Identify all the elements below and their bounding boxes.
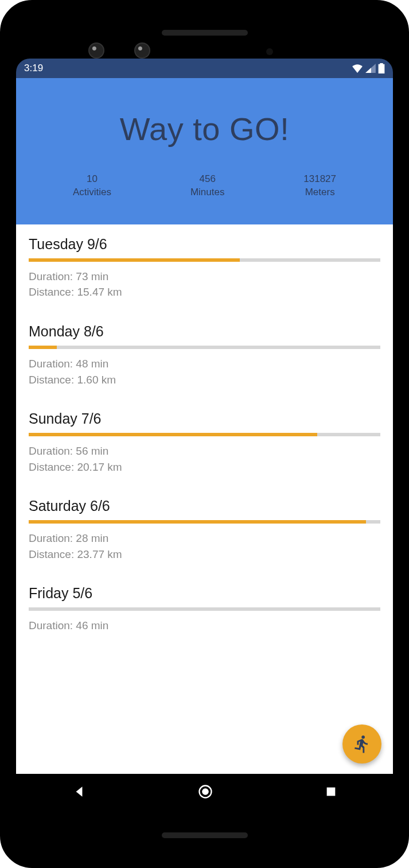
activity-item[interactable]: Monday 8/6 Duration: 48 min Distance: 1.… xyxy=(16,312,393,399)
activity-list[interactable]: Tuesday 9/6 Duration: 73 min Distance: 1… xyxy=(16,224,393,774)
svg-rect-2 xyxy=(327,788,336,796)
stat-meters-label: Meters xyxy=(303,186,336,199)
activity-duration: Duration: 73 min xyxy=(29,269,380,285)
progress-bar xyxy=(29,346,380,349)
progress-fill xyxy=(29,520,366,524)
activity-meta: Duration: 56 min Distance: 20.17 km xyxy=(29,443,380,475)
activity-meta: Duration: 73 min Distance: 15.47 km xyxy=(29,269,380,300)
activity-title: Saturday 6/6 xyxy=(29,498,380,514)
stat-minutes: 456 Minutes xyxy=(190,173,225,199)
status-icons xyxy=(352,63,385,73)
summary-header: Way to GO! 10 Activities 456 Minutes 131… xyxy=(16,78,393,224)
sensor-dot xyxy=(266,48,273,55)
cell-signal-icon xyxy=(365,64,376,73)
front-camera-2 xyxy=(134,42,150,59)
progress-fill xyxy=(29,346,57,349)
svg-point-1 xyxy=(202,788,209,795)
activity-distance: Distance: 1.60 km xyxy=(29,372,380,388)
progress-bar xyxy=(29,520,380,524)
progress-bar xyxy=(29,607,380,611)
activity-duration: Duration: 48 min xyxy=(29,356,380,372)
activity-title: Friday 5/6 xyxy=(29,585,380,602)
stat-activities-value: 10 xyxy=(73,173,111,186)
nav-home-icon[interactable] xyxy=(197,784,213,800)
progress-bar xyxy=(29,258,380,262)
activity-duration: Duration: 56 min xyxy=(29,443,380,459)
stat-meters-value: 131827 xyxy=(303,173,336,186)
activity-duration: Duration: 28 min xyxy=(29,530,380,547)
start-activity-fab[interactable] xyxy=(342,724,381,764)
android-navbar xyxy=(16,774,393,809)
run-icon xyxy=(352,734,372,754)
speaker-bottom xyxy=(162,832,248,838)
activity-duration: Duration: 46 min xyxy=(29,618,380,634)
activity-item[interactable]: Saturday 6/6 Duration: 28 min Distance: … xyxy=(16,486,393,574)
activity-meta: Duration: 46 min xyxy=(29,618,380,634)
stat-meters: 131827 Meters xyxy=(303,173,336,199)
activity-item[interactable]: Tuesday 9/6 Duration: 73 min Distance: 1… xyxy=(16,224,393,312)
activity-meta: Duration: 28 min Distance: 23.77 km xyxy=(29,530,380,562)
activity-distance: Distance: 15.47 km xyxy=(29,284,380,300)
stat-activities-label: Activities xyxy=(73,186,111,199)
summary-stats: 10 Activities 456 Minutes 131827 Meters xyxy=(16,173,393,199)
progress-bar xyxy=(29,433,380,436)
wifi-icon xyxy=(352,64,363,73)
activity-item[interactable]: Sunday 7/6 Duration: 56 min Distance: 20… xyxy=(16,399,393,486)
header-title: Way to GO! xyxy=(16,110,393,148)
stat-minutes-value: 456 xyxy=(190,173,225,186)
stat-minutes-label: Minutes xyxy=(190,186,225,199)
phone-frame: 3:19 Way to GO! 10 Activities 456 Minute… xyxy=(0,0,409,868)
progress-fill xyxy=(29,258,240,262)
activity-title: Tuesday 9/6 xyxy=(29,236,380,253)
status-time: 3:19 xyxy=(24,63,43,74)
activity-title: Monday 8/6 xyxy=(29,323,380,340)
stat-activities: 10 Activities xyxy=(73,173,111,199)
activity-title: Sunday 7/6 xyxy=(29,410,380,427)
progress-fill xyxy=(29,433,317,436)
activity-item[interactable]: Friday 5/6 Duration: 46 min xyxy=(16,574,393,645)
activity-distance: Distance: 20.17 km xyxy=(29,459,380,475)
activity-meta: Duration: 48 min Distance: 1.60 km xyxy=(29,356,380,388)
front-camera-1 xyxy=(88,42,104,59)
nav-recent-icon[interactable] xyxy=(325,785,337,798)
status-bar: 3:19 xyxy=(16,59,393,78)
speaker-top xyxy=(162,30,248,36)
battery-icon xyxy=(378,63,385,73)
activity-distance: Distance: 23.77 km xyxy=(29,547,380,563)
nav-back-icon[interactable] xyxy=(72,784,87,799)
